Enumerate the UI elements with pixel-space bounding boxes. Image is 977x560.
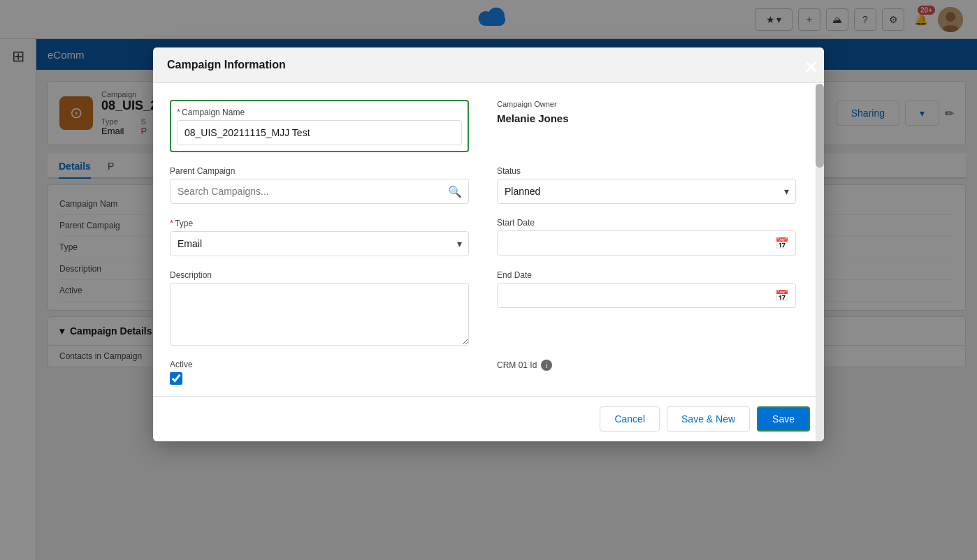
active-label: Active [170,360,469,369]
end-date-calendar-icon[interactable]: 📅 [775,289,789,302]
save-button[interactable]: Save [757,406,810,432]
type-label: * Type [170,218,469,228]
status-label: Status [497,166,796,176]
modal-overlay: ✕ Campaign Information * Campaign Name [0,0,977,560]
crm-id-label: CRM 01 Id i [497,360,796,371]
modal-body: * Campaign Name Campaign Owner Melanie J… [153,83,824,396]
modal-title: Campaign Information [167,59,286,71]
campaign-owner-label: Campaign Owner [497,100,796,108]
description-label: Description [170,270,469,280]
start-date-wrapper: 📅 [497,230,796,256]
status-select-wrapper: Planning Planned In Progress Completed A… [497,179,796,204]
scrollbar-thumb [816,84,824,168]
type-field: * Type Email Webinar Direct Mail Event O… [170,218,469,256]
parent-campaign-label: Parent Campaign [170,166,469,176]
type-select-wrapper: Email Webinar Direct Mail Event Other ▾ [170,231,469,256]
campaign-name-input[interactable] [177,120,462,145]
start-date-input[interactable] [497,230,796,256]
start-date-field: Start Date 📅 [497,218,796,256]
modal-form-grid: * Campaign Name Campaign Owner Melanie J… [170,100,796,385]
cancel-button[interactable]: Cancel [600,406,660,432]
modal-footer: Cancel Save & New Save [153,396,824,441]
end-date-field: End Date 📅 [497,270,796,346]
active-field: Active [170,360,469,385]
type-select[interactable]: Email Webinar Direct Mail Event Other [170,231,469,256]
active-checkbox[interactable] [170,372,182,385]
modal-overlay-close[interactable]: ✕ [803,56,819,79]
search-icon: 🔍 [448,185,462,198]
modal-header: Campaign Information [153,47,824,83]
status-field: Status Planning Planned In Progress Comp… [497,166,796,204]
modal-dialog: Campaign Information * Campaign Name Cam [153,47,824,441]
start-date-calendar-icon[interactable]: 📅 [775,237,789,250]
end-date-wrapper: 📅 [497,283,796,308]
campaign-owner-value: Melanie Jones [497,112,796,124]
active-checkbox-wrapper [170,372,469,385]
campaign-owner-field: Campaign Owner Melanie Jones [497,100,796,152]
parent-campaign-field: Parent Campaign 🔍 [170,166,469,204]
status-select[interactable]: Planning Planned In Progress Completed A… [497,179,796,204]
modal-scrollbar[interactable] [816,84,824,441]
campaign-name-label: * Campaign Name [177,107,462,117]
parent-campaign-input[interactable] [170,179,469,204]
parent-campaign-search: 🔍 [170,179,469,204]
end-date-label: End Date [497,270,796,280]
campaign-name-field: * Campaign Name [170,100,469,152]
crm-id-field: CRM 01 Id i [497,360,796,385]
end-date-input[interactable] [497,283,796,308]
save-new-button[interactable]: Save & New [667,406,750,432]
start-date-label: Start Date [497,218,796,228]
crm-info-icon[interactable]: i [541,360,552,371]
description-field: Description [170,270,469,346]
description-textarea[interactable] [170,283,469,346]
